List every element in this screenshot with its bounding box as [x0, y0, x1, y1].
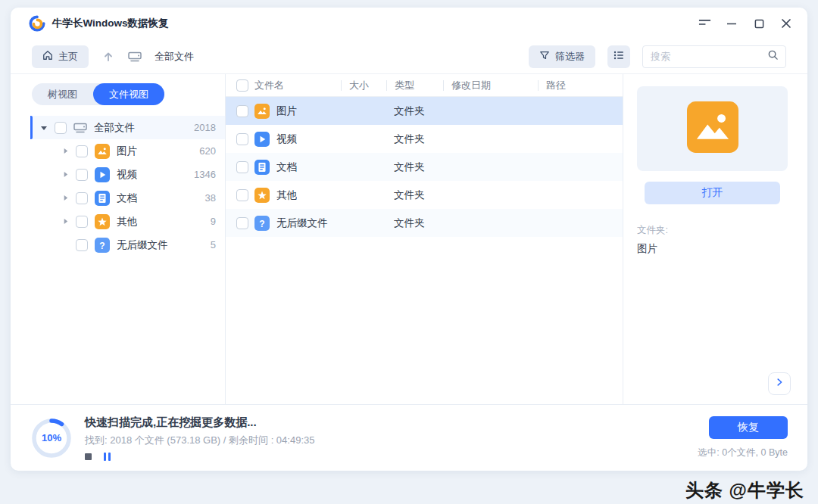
file-name: 文档: [276, 160, 297, 174]
titlebar: 牛学长Windows数据恢复: [11, 8, 807, 39]
search-icon[interactable]: [767, 49, 779, 64]
search-input[interactable]: [651, 51, 763, 62]
next-page-button[interactable]: [768, 372, 791, 395]
table-row-others[interactable]: 其他 文件夹: [226, 181, 623, 209]
status-message: 快速扫描完成,正在挖掘更多数据...: [85, 415, 314, 430]
home-icon: [42, 50, 53, 63]
checkbox[interactable]: [236, 105, 248, 117]
svg-text:?: ?: [99, 240, 105, 250]
checkbox[interactable]: [236, 161, 248, 173]
app-logo-icon: [29, 15, 45, 32]
preview-meta-value: 图片: [637, 242, 788, 256]
recover-button[interactable]: 恢复: [709, 416, 788, 439]
video-icon: [95, 167, 110, 182]
question-icon: ?: [254, 216, 270, 231]
svg-text:?: ?: [259, 218, 264, 229]
file-type: 文件夹: [394, 216, 451, 230]
tree-item-count: 620: [199, 145, 216, 157]
statusbar: 10% 快速扫描完成,正在挖掘更多数据... 找到: 2018 个文件 (573…: [11, 404, 807, 471]
view-options-button[interactable]: [607, 45, 630, 68]
breadcrumb[interactable]: 全部文件: [128, 50, 194, 64]
document-icon: [95, 191, 110, 206]
file-tree: 全部文件 2018 图片 620: [30, 116, 225, 257]
tree-item-label: 图片: [117, 145, 199, 158]
collapse-arrow-icon[interactable]: [39, 123, 48, 132]
file-type: 文件夹: [394, 132, 451, 146]
column-header-name[interactable]: 文件名: [254, 79, 348, 92]
table-row-videos[interactable]: 视频 文件夹: [226, 125, 623, 153]
filter-button[interactable]: 筛选器: [529, 45, 595, 68]
document-icon: [254, 160, 270, 175]
app-window: 牛学长Windows数据恢复 主页: [11, 8, 807, 471]
checkbox[interactable]: [236, 133, 248, 145]
maximize-button[interactable]: [751, 16, 766, 31]
breadcrumb-label: 全部文件: [155, 50, 194, 64]
home-button-label: 主页: [58, 50, 78, 64]
tree-item-images[interactable]: 图片 620: [30, 139, 225, 163]
menu-icon[interactable]: [697, 16, 712, 31]
drive-icon: [73, 122, 87, 134]
image-icon: [254, 104, 270, 119]
select-all-checkbox[interactable]: [236, 79, 248, 92]
checkbox[interactable]: [76, 169, 88, 181]
table-header: 文件名 大小 类型 修改日期 路径: [226, 74, 623, 97]
tree-item-all-files[interactable]: 全部文件 2018: [30, 116, 225, 139]
expand-arrow-icon[interactable]: [61, 147, 70, 156]
list-view-icon: [613, 49, 625, 64]
file-name: 无后缀文件: [276, 216, 328, 230]
tree-item-no-extension[interactable]: ? 无后缀文件 5: [30, 233, 225, 257]
checkbox[interactable]: [236, 217, 248, 229]
tab-tree-view[interactable]: 树视图: [32, 83, 93, 105]
search-box[interactable]: [642, 45, 786, 68]
chevron-right-icon: [774, 377, 785, 390]
expand-arrow-icon[interactable]: [61, 170, 70, 179]
tree-item-label: 其他: [117, 215, 211, 229]
tree-item-count: 2018: [194, 122, 216, 133]
checkbox[interactable]: [55, 122, 67, 134]
preview-thumbnail: [637, 86, 788, 171]
column-header-type[interactable]: 类型: [386, 80, 451, 91]
image-icon: [95, 144, 110, 159]
file-type: 文件夹: [394, 188, 451, 202]
tree-item-count: 1346: [194, 169, 216, 180]
table-row-no-extension[interactable]: ? 无后缀文件 文件夹: [226, 209, 623, 237]
preview-pane: 打开 文件夹: 图片: [623, 74, 807, 404]
home-button[interactable]: 主页: [32, 45, 89, 68]
watermark: 头条 @牛学长: [685, 478, 804, 502]
up-arrow-icon[interactable]: [102, 51, 114, 63]
table-row-documents[interactable]: 文档 文件夹: [226, 153, 623, 181]
tree-item-videos[interactable]: 视频 1346: [30, 163, 225, 186]
sidebar: 树视图 文件视图 全部文件 2018: [11, 74, 226, 404]
tab-file-view[interactable]: 文件视图: [93, 83, 164, 105]
filter-icon: [539, 50, 550, 63]
file-name: 视频: [276, 132, 297, 146]
scan-controls: [85, 453, 314, 461]
close-button[interactable]: [779, 16, 794, 31]
tree-item-count: 9: [211, 216, 216, 227]
checkbox[interactable]: [236, 189, 248, 201]
file-type: 文件夹: [394, 104, 451, 118]
expand-arrow-icon[interactable]: [61, 194, 70, 203]
table-row-images[interactable]: 图片 文件夹: [226, 97, 623, 125]
tree-item-label: 文档: [117, 191, 205, 205]
tree-item-others[interactable]: 其他 9: [30, 210, 225, 233]
column-header-path[interactable]: 路径: [538, 80, 623, 91]
main-content: 树视图 文件视图 全部文件 2018: [11, 74, 807, 404]
stop-button[interactable]: [85, 453, 92, 460]
open-button[interactable]: 打开: [645, 182, 780, 204]
expand-arrow-placeholder: [61, 241, 70, 250]
tree-item-documents[interactable]: 文档 38: [30, 186, 225, 210]
star-icon: [95, 214, 110, 229]
checkbox[interactable]: [76, 216, 88, 228]
checkbox[interactable]: [76, 192, 88, 204]
minimize-button[interactable]: [724, 16, 739, 31]
checkbox[interactable]: [76, 145, 88, 157]
tree-item-count: 38: [205, 192, 216, 204]
question-icon: ?: [95, 238, 110, 253]
file-name: 其他: [276, 188, 297, 202]
column-header-date[interactable]: 修改日期: [443, 80, 545, 91]
star-icon: [254, 188, 270, 203]
expand-arrow-icon[interactable]: [61, 217, 70, 226]
checkbox[interactable]: [76, 239, 88, 251]
pause-button[interactable]: [104, 453, 111, 461]
